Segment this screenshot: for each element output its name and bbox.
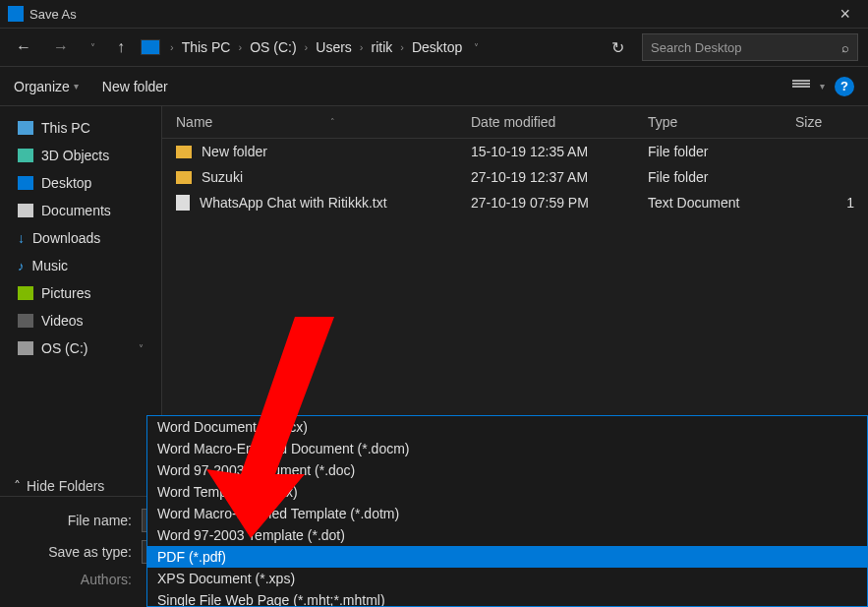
chevron-right-icon: ›: [305, 41, 309, 53]
sort-up-icon: ˄: [330, 117, 335, 127]
sidebar-item-pictures[interactable]: Pictures: [0, 279, 161, 307]
pictures-icon: [18, 286, 33, 300]
sidebar: This PC 3D Objects Desktop Documents ↓Do…: [0, 106, 162, 496]
sidebar-item-downloads[interactable]: ↓Downloads: [0, 224, 161, 252]
video-icon: [18, 314, 33, 328]
file-row[interactable]: WhatsApp Chat with Ritikkk.txt 27-10-19 …: [162, 190, 868, 215]
back-button[interactable]: ←: [10, 34, 37, 60]
text-file-icon: [176, 195, 190, 211]
chevron-right-icon: ›: [170, 41, 174, 53]
document-icon: [18, 204, 33, 217]
dropdown-item[interactable]: PDF (*.pdf): [147, 546, 867, 568]
breadcrumb-dropdown[interactable]: ˅: [470, 42, 483, 53]
chevron-down-icon: ˅: [139, 343, 144, 354]
dropdown-item[interactable]: Word Macro-Enabled Document (*.docm): [147, 438, 867, 459]
list-header: Name˄ Date modified Type Size: [162, 106, 868, 139]
recent-dropdown[interactable]: ˅: [85, 38, 101, 57]
search-input[interactable]: Search Desktop ⌕: [642, 33, 858, 61]
3d-icon: [18, 149, 33, 162]
column-date[interactable]: Date modified: [471, 114, 648, 130]
forward-button[interactable]: →: [47, 34, 75, 60]
dropdown-item[interactable]: XPS Document (*.xps): [147, 568, 867, 589]
dropdown-item[interactable]: Word Document (*.docx): [147, 416, 867, 438]
search-icon: ⌕: [841, 40, 849, 55]
crumb-this-pc[interactable]: This PC: [182, 39, 231, 55]
view-options-button[interactable]: [792, 80, 810, 93]
view-dropdown[interactable]: ▾: [820, 81, 825, 91]
chevron-right-icon: ›: [238, 41, 242, 53]
music-icon: ♪: [18, 259, 25, 273]
dropdown-item[interactable]: Word Template (*.dotx): [147, 481, 867, 503]
nav-bar: ← → ˅ ↑ › This PC › OS (C:) › Users › ri…: [0, 28, 868, 67]
drive-icon: [18, 341, 33, 355]
sidebar-item-this-pc[interactable]: This PC: [0, 114, 161, 142]
hide-folders-button[interactable]: ˄ Hide Folders: [14, 478, 104, 494]
column-size[interactable]: Size: [795, 114, 854, 130]
sidebar-item-3d-objects[interactable]: 3D Objects: [0, 142, 161, 169]
dropdown-item[interactable]: Single File Web Page (*.mht;*.mhtml): [147, 589, 867, 607]
dropdown-item[interactable]: Word Macro-Enabled Template (*.dotm): [147, 503, 867, 524]
chevron-down-icon: ▾: [74, 81, 79, 91]
crumb-os-c[interactable]: OS (C:): [250, 39, 296, 55]
sidebar-item-music[interactable]: ♪Music: [0, 252, 161, 279]
chevron-right-icon: ›: [360, 41, 364, 53]
sidebar-item-documents[interactable]: Documents: [0, 197, 161, 224]
titlebar: Save As ×: [0, 0, 868, 28]
dropdown-item[interactable]: Word 97-2003 Template (*.dot): [147, 524, 867, 546]
sidebar-item-desktop[interactable]: Desktop: [0, 169, 161, 197]
sidebar-item-videos[interactable]: Videos: [0, 307, 161, 334]
titlebar-text: Save As: [29, 7, 830, 22]
file-row[interactable]: New folder 15-10-19 12:35 AM File folder: [162, 139, 868, 164]
save-as-dialog: Save As × ← → ˅ ↑ › This PC › OS (C:) › …: [0, 0, 868, 607]
column-name[interactable]: Name˄: [176, 114, 471, 130]
folder-icon: [176, 146, 192, 158]
crumb-users[interactable]: Users: [316, 39, 352, 55]
organize-button[interactable]: Organize ▾: [14, 79, 79, 94]
file-row[interactable]: Suzuki 27-10-19 12:37 AM File folder: [162, 164, 868, 190]
filename-label: File name:: [14, 513, 132, 528]
pc-icon: [18, 121, 33, 135]
pc-icon: [141, 39, 160, 55]
desktop-icon: [18, 176, 33, 190]
sidebar-item-os-c[interactable]: OS (C:)˅: [0, 334, 161, 362]
help-button[interactable]: ?: [835, 77, 854, 96]
toolbar: Organize ▾ New folder ▾ ?: [0, 67, 868, 106]
savetype-label: Save as type:: [14, 544, 132, 560]
chevron-up-icon: ˄: [14, 478, 21, 494]
crumb-desktop[interactable]: Desktop: [412, 39, 462, 55]
authors-label: Authors:: [14, 572, 132, 587]
new-folder-button[interactable]: New folder: [102, 79, 168, 94]
refresh-button[interactable]: ↻: [604, 34, 632, 61]
download-icon: ↓: [18, 230, 25, 246]
folder-icon: [176, 171, 192, 184]
close-button[interactable]: ×: [830, 4, 860, 25]
crumb-ritik[interactable]: ritik: [372, 39, 393, 55]
savetype-dropdown[interactable]: Word Document (*.docx)Word Macro-Enabled…: [146, 415, 868, 607]
app-icon: [8, 6, 24, 22]
column-type[interactable]: Type: [648, 114, 795, 130]
chevron-right-icon: ›: [400, 41, 404, 53]
search-placeholder: Search Desktop: [651, 40, 742, 55]
breadcrumb[interactable]: › This PC › OS (C:) › Users › ritik › De…: [170, 39, 594, 55]
dropdown-item[interactable]: Word 97-2003 Document (*.doc): [147, 459, 867, 481]
up-button[interactable]: ↑: [111, 34, 131, 60]
